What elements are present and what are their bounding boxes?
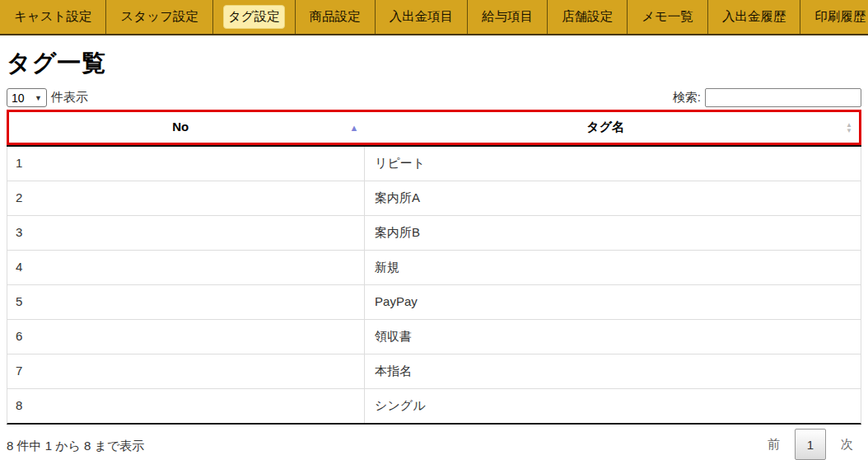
nav-tab-label: 給与項目 [478, 5, 537, 29]
nav-tab-label: 入出金項目 [385, 5, 458, 29]
nav-tab-product-settings[interactable]: 商品設定 [296, 0, 376, 34]
nav-tab-label: 印刷履歴 [810, 5, 868, 29]
nav-tab-staff-settings[interactable]: スタッフ設定 [106, 0, 212, 34]
cell-tag: 新規 [365, 251, 861, 284]
pagination: 前 1 次 [759, 429, 861, 460]
table-row: 3 案内所B [7, 215, 861, 250]
cell-no: 1 [7, 147, 365, 181]
nav-tab-deposit-history[interactable]: 入出金履歴 [708, 0, 801, 34]
nav-tab-label: スタッフ設定 [116, 5, 202, 29]
cell-tag: リピート [365, 147, 861, 181]
nav-tab-tag-settings[interactable]: タグ設定 [213, 0, 296, 34]
pagination-page-1-button[interactable]: 1 [795, 429, 826, 460]
table-controls: 10 ▼ 件表示 検索: [7, 88, 861, 107]
page-length-group: 10 ▼ 件表示 [7, 88, 88, 107]
column-header-no-label: No [172, 120, 189, 134]
search-input[interactable] [705, 88, 861, 107]
cell-no: 5 [7, 285, 365, 319]
cell-no: 2 [7, 181, 365, 215]
nav-tab-label: 店舗設定 [558, 5, 617, 29]
nav-tab-salary-items[interactable]: 給与項目 [468, 0, 548, 34]
pagination-prev-button[interactable]: 前 [759, 430, 788, 459]
nav-tab-cast-settings[interactable]: キャスト設定 [0, 0, 106, 34]
main-content: タグ一覧 10 ▼ 件表示 検索: No ▲ タグ名 ▲▼ [0, 47, 868, 460]
nav-tab-label: メモ一覧 [637, 5, 698, 29]
table-row: 6 領収書 [7, 319, 861, 354]
nav-tab-deposit-items[interactable]: 入出金項目 [376, 0, 469, 34]
cell-no: 8 [7, 389, 365, 423]
cell-tag: 案内所B [365, 216, 861, 250]
table-row: 5 PayPay [7, 284, 861, 319]
table-body: 1 リピート 2 案内所A 3 案内所B 4 新規 5 PayPay 6 領収書 [7, 147, 861, 425]
table-header-wrap: No ▲ タグ名 ▲▼ [7, 110, 861, 147]
nav-tab-label: キャスト設定 [10, 5, 96, 29]
sort-unsorted-icon: ▲▼ [846, 122, 852, 134]
page-length-value: 10 [12, 92, 25, 105]
cell-tag: 本指名 [365, 354, 861, 388]
table-row: 2 案内所A [7, 181, 861, 215]
top-nav: キャスト設定 スタッフ設定 タグ設定 商品設定 入出金項目 給与項目 店舗設定 … [0, 0, 868, 35]
cell-tag: 案内所A [365, 181, 861, 215]
pagination-next-button[interactable]: 次 [833, 430, 861, 459]
cell-tag: シングル [365, 389, 861, 423]
column-header-no[interactable]: No ▲ [9, 112, 365, 143]
cell-no: 4 [7, 251, 365, 284]
column-header-tagname[interactable]: タグ名 ▲▼ [365, 112, 859, 143]
cell-no: 3 [7, 216, 365, 250]
page-length-select[interactable]: 10 ▼ [7, 88, 47, 107]
page-title: タグ一覧 [7, 47, 861, 80]
table-row: 8 シングル [7, 388, 861, 423]
page-length-label: 件表示 [51, 90, 88, 106]
column-header-tagname-label: タグ名 [586, 120, 624, 134]
table-row: 1 リピート [7, 147, 861, 181]
nav-tab-label: 商品設定 [306, 5, 365, 29]
search-group: 検索: [673, 88, 861, 107]
tag-table: No ▲ タグ名 ▲▼ 1 リピート 2 案内所A 3 案内所B [7, 110, 861, 425]
table-footer: 8 件中 1 から 8 まで表示 前 1 次 [7, 429, 861, 460]
table-row: 4 新規 [7, 250, 861, 284]
chevron-down-icon: ▼ [35, 94, 42, 102]
nav-tab-print-history[interactable]: 印刷履歴 [800, 0, 868, 34]
nav-tab-label: 入出金履歴 [718, 5, 791, 29]
search-label: 検索: [673, 90, 701, 106]
nav-tab-memo-list[interactable]: メモ一覧 [628, 0, 708, 34]
table-row: 7 本指名 [7, 354, 861, 388]
cell-tag: PayPay [365, 285, 861, 319]
cell-tag: 領収書 [365, 320, 861, 354]
cell-no: 6 [7, 320, 365, 354]
table-header-row: No ▲ タグ名 ▲▼ [7, 110, 861, 145]
cell-no: 7 [7, 354, 365, 388]
nav-tab-label: タグ設定 [223, 5, 285, 29]
table-info: 8 件中 1 から 8 まで表示 [7, 435, 144, 454]
nav-tab-store-settings[interactable]: 店舗設定 [548, 0, 628, 34]
